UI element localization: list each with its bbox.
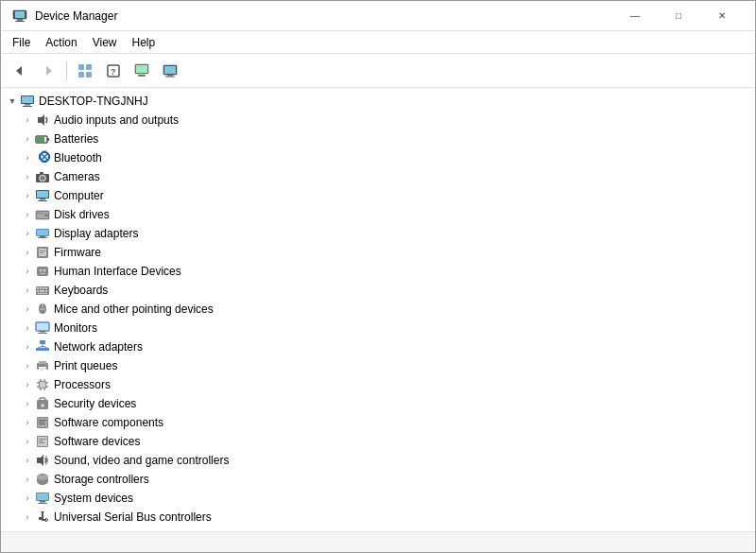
toolbar-separator-1 xyxy=(66,61,67,80)
item-label: Batteries xyxy=(54,132,98,146)
show-hidden-icon xyxy=(77,63,93,78)
svg-rect-78 xyxy=(40,370,43,371)
list-item[interactable]: › ⭙ Bluetooth xyxy=(1,148,755,167)
item-label: Software devices xyxy=(54,435,140,448)
processor-icon xyxy=(35,377,50,392)
expander[interactable]: › xyxy=(20,472,35,487)
expander[interactable]: › xyxy=(20,169,35,184)
list-item[interactable]: › Disk drives xyxy=(1,205,755,224)
list-item[interactable]: › Display adapters xyxy=(1,224,755,243)
properties-button[interactable]: ? xyxy=(100,59,127,83)
menu-help[interactable]: Help xyxy=(125,34,163,51)
item-label: Keyboards xyxy=(54,284,108,297)
expander[interactable]: › xyxy=(20,510,35,525)
svg-rect-3 xyxy=(15,21,25,22)
list-item[interactable]: › Print queues xyxy=(1,356,755,375)
list-item[interactable]: › Mice and other pointing devices xyxy=(1,300,755,319)
item-label: Audio inputs and outputs xyxy=(54,113,179,127)
minimize-button[interactable]: — xyxy=(613,1,657,31)
svg-point-30 xyxy=(42,177,44,180)
camera-icon xyxy=(35,169,50,184)
svg-rect-70 xyxy=(40,348,45,351)
expander[interactable]: › xyxy=(20,320,35,336)
svg-rect-75 xyxy=(39,361,46,364)
expander[interactable]: › xyxy=(20,358,35,373)
display-button[interactable] xyxy=(157,59,183,83)
list-item[interactable]: › Storage controllers xyxy=(1,470,755,489)
expander[interactable]: › xyxy=(20,302,35,317)
software-comp-icon xyxy=(35,415,50,430)
svg-line-73 xyxy=(43,346,47,348)
svg-rect-8 xyxy=(78,72,84,78)
list-item[interactable]: › Firmware xyxy=(1,243,755,262)
list-item[interactable]: › Computer xyxy=(1,186,755,205)
list-item[interactable]: › Software components xyxy=(1,413,755,432)
list-item[interactable]: › Batteries xyxy=(1,130,755,148)
svg-text:?: ? xyxy=(111,67,116,77)
expander[interactable]: › xyxy=(20,491,35,506)
expander[interactable]: › xyxy=(20,377,35,392)
list-item[interactable]: › Network adapters xyxy=(1,337,755,356)
item-label: Mice and other pointing devices xyxy=(54,302,214,316)
expander[interactable]: › xyxy=(20,453,35,468)
expander[interactable]: › xyxy=(20,264,35,279)
root-expander[interactable]: ▼ xyxy=(5,94,20,109)
item-label: Storage controllers xyxy=(54,473,149,486)
close-button[interactable]: ✕ xyxy=(700,1,744,31)
svg-rect-112 xyxy=(39,517,43,520)
list-item[interactable]: › Keyboards xyxy=(1,281,755,300)
expander[interactable]: › xyxy=(20,415,35,430)
menu-action[interactable]: Action xyxy=(38,34,84,51)
svg-marker-103 xyxy=(37,455,43,466)
svg-rect-55 xyxy=(43,287,44,289)
show-hidden-button[interactable] xyxy=(72,59,98,83)
expander[interactable]: › xyxy=(20,434,35,449)
list-item[interactable]: › Universal Serial Bus controllers xyxy=(1,508,755,527)
item-label: Computer xyxy=(54,189,104,202)
item-label: Security devices xyxy=(54,397,136,410)
list-item[interactable]: › Audio inputs and outputs xyxy=(1,111,755,130)
root-label: DESKTOP-TNGJNHJ xyxy=(39,95,148,108)
update-button[interactable] xyxy=(129,59,155,83)
list-item[interactable]: › Security devices xyxy=(1,394,755,413)
list-item[interactable]: › Monitors xyxy=(1,319,755,337)
menu-file[interactable]: File xyxy=(5,34,38,51)
maximize-button[interactable]: □ xyxy=(657,1,700,31)
list-item[interactable]: › System devices xyxy=(1,489,755,508)
expander[interactable]: › xyxy=(20,283,35,298)
expander[interactable]: › xyxy=(20,339,35,354)
expander[interactable]: › xyxy=(20,245,35,260)
svg-rect-2 xyxy=(17,19,23,21)
firmware-icon xyxy=(35,245,50,260)
device-tree[interactable]: ▼ DESKTOP-TNGJNHJ › Audio inputs and xyxy=(1,88,755,531)
list-item[interactable]: › Human Interface Devices xyxy=(1,262,755,281)
svg-rect-47 xyxy=(40,252,43,253)
expander[interactable]: › xyxy=(20,112,35,128)
forward-button[interactable] xyxy=(35,59,61,83)
svg-text:⭙: ⭙ xyxy=(38,150,50,165)
svg-rect-81 xyxy=(40,382,45,388)
title-bar-left: Device Manager xyxy=(12,9,117,24)
svg-rect-69 xyxy=(45,348,49,351)
list-item[interactable]: › Software devices xyxy=(1,432,755,451)
update-icon xyxy=(134,63,149,78)
expander[interactable]: › xyxy=(20,207,35,222)
svg-point-49 xyxy=(40,269,43,272)
list-item[interactable]: › Sound, video and game controllers xyxy=(1,451,755,470)
back-button[interactable] xyxy=(7,59,33,83)
svg-rect-77 xyxy=(40,368,45,369)
expander[interactable]: › xyxy=(20,131,35,147)
expander[interactable]: › xyxy=(20,396,35,411)
menu-view[interactable]: View xyxy=(85,34,125,51)
properties-icon: ? xyxy=(106,63,121,78)
list-item[interactable]: › Cameras xyxy=(1,167,755,186)
expander[interactable]: › xyxy=(20,226,35,241)
svg-rect-9 xyxy=(86,72,92,78)
display-adapter-icon xyxy=(35,226,50,241)
expander[interactable]: › xyxy=(20,150,35,165)
list-item[interactable]: › Processors xyxy=(1,375,755,394)
tree-root[interactable]: ▼ DESKTOP-TNGJNHJ xyxy=(1,92,755,111)
item-label: Print queues xyxy=(54,359,117,372)
item-label: Firmware xyxy=(54,246,101,259)
expander[interactable]: › xyxy=(20,188,35,203)
